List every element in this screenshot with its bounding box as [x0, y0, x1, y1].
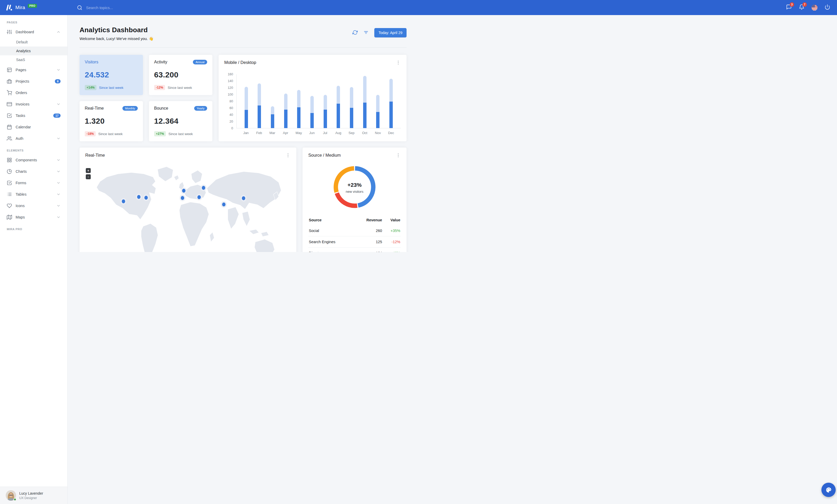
welcome-message: Welcome back, Lucy! We've missed you. 👋	[79, 37, 154, 41]
header-actions: Today: April 29	[353, 28, 407, 37]
sidebar-item-maps[interactable]: Maps	[0, 211, 67, 223]
calendar-icon	[7, 125, 12, 130]
sidebar-item-components[interactable]: Components	[0, 154, 67, 166]
stacked-bar	[350, 74, 353, 128]
map-marker-3[interactable]	[144, 196, 148, 200]
mobile-segment	[297, 107, 301, 128]
map-marker-5[interactable]	[181, 196, 184, 200]
sidebar-item-label: Projects	[16, 79, 51, 83]
sidebar-item-calendar[interactable]: Calendar	[0, 121, 67, 133]
stacked-bar	[376, 74, 379, 128]
value-column-header: Value	[382, 215, 401, 225]
map-marker-6[interactable]	[202, 186, 206, 190]
date-range-button[interactable]: Today: April 29	[374, 28, 407, 37]
main-content: Analytics Dashboard Welcome back, Lucy! …	[68, 15, 418, 252]
refresh-icon	[353, 30, 358, 36]
sidebar-item-label: Orders	[16, 91, 60, 95]
y-tick-label: 140	[228, 79, 233, 83]
layout-icon	[7, 67, 12, 73]
mobile-segment	[284, 110, 287, 128]
sidebar-item-label: Calendar	[16, 125, 60, 129]
y-tick-label: 60	[230, 106, 233, 110]
stacked-bar	[257, 74, 261, 128]
revenue-cell: 125	[355, 237, 382, 247]
chevron-down-icon	[56, 181, 60, 185]
map-marker-4[interactable]	[182, 189, 185, 193]
map-marker-7[interactable]	[198, 195, 201, 199]
sidebar-item-tables[interactable]: Tables	[0, 189, 67, 200]
bar-column-nov	[371, 74, 385, 128]
sidebar-item-pages[interactable]: Pages	[0, 64, 67, 76]
stat-period-badge: Yearly	[194, 106, 207, 111]
bar-chart: 160140120100806040200 JanFebMarAprMayJun…	[224, 74, 401, 135]
x-tick-label: Oct	[358, 131, 371, 135]
stacked-bar	[271, 74, 274, 128]
bar-column-apr	[279, 74, 292, 128]
stat-value: 63.200	[154, 70, 207, 79]
sidebar-item-analytics[interactable]: Analytics	[0, 46, 67, 55]
mobile-segment	[376, 112, 379, 128]
stacked-bar	[284, 74, 287, 128]
brand-link[interactable]: Mira PRO	[0, 4, 68, 11]
desktop-segment	[297, 90, 301, 107]
heart-icon	[7, 203, 12, 208]
sidebar-item-icons[interactable]: Icons	[0, 200, 67, 211]
bar-column-jan	[240, 74, 253, 128]
sidebar-item-label: Dashboard	[16, 30, 53, 34]
filter-button[interactable]	[363, 30, 369, 36]
refresh-button[interactable]	[353, 30, 358, 36]
sidebar-item-auth[interactable]: Auth	[0, 133, 67, 144]
search-input[interactable]	[86, 5, 164, 10]
value-cell: +35%	[382, 225, 401, 237]
x-tick-label: Jun	[305, 131, 319, 135]
sidebar-item-forms[interactable]: Forms	[0, 177, 67, 189]
x-tick-label: Feb	[253, 131, 266, 135]
map-marker-1[interactable]	[122, 200, 125, 203]
stacked-bar	[310, 74, 314, 128]
y-tick-label: 20	[230, 120, 233, 124]
chevron-down-icon	[56, 158, 60, 162]
sidebar-item-saas[interactable]: SaaS	[0, 55, 67, 64]
sidebar-item-orders[interactable]: Orders	[0, 87, 67, 98]
stat-period-badge: Monthly	[122, 106, 138, 111]
sidebar-item-label: Tables	[16, 192, 53, 197]
sidebar-subitem-label: Analytics	[16, 49, 31, 53]
map-marker-8[interactable]	[222, 203, 226, 207]
source-table: Source Revenue Value Social260+35%Search…	[308, 215, 401, 252]
mobile-segment	[310, 113, 314, 128]
sidebar-subitem-label: SaaS	[16, 58, 25, 62]
map-zoom-out-button[interactable]: -	[86, 174, 91, 179]
map-marker-9[interactable]	[242, 197, 245, 200]
shopping-cart-icon	[7, 90, 12, 95]
source-column-header: Source	[308, 215, 355, 225]
value-cell: -12%	[382, 237, 401, 247]
check-square-icon	[7, 180, 12, 186]
sidebar-section-elements: ELEMENTS	[0, 144, 67, 154]
realtime-map-menu-button[interactable]	[285, 153, 291, 159]
sidebar-item-dashboard[interactable]: Dashboard	[0, 26, 67, 38]
sidebar-item-projects[interactable]: Projects8	[0, 76, 67, 87]
desktop-segment	[363, 76, 367, 102]
desktop-segment	[284, 94, 287, 110]
sidebar-item-tasks[interactable]: Tasks17	[0, 110, 67, 121]
sidebar-item-invoices[interactable]: Invoices	[0, 98, 67, 110]
stat-card-header: Real-TimeMonthly	[85, 106, 138, 111]
map-marker-2[interactable]	[137, 195, 141, 199]
search-icon	[77, 5, 83, 11]
chevron-down-icon	[56, 68, 60, 72]
desktop-segment	[350, 87, 353, 108]
source-medium-card: Source / Medium +23% new visitors Source…	[303, 148, 407, 252]
sidebar-item-default[interactable]: Default	[0, 38, 67, 46]
map-zoom-in-button[interactable]: +	[86, 168, 91, 173]
stacked-bar	[363, 74, 367, 128]
sidebar-item-charts[interactable]: Charts	[0, 166, 67, 177]
mobile-desktop-menu-button[interactable]	[396, 60, 401, 66]
bar-column-feb	[253, 74, 266, 128]
stat-card-activity: ActivityAnnual63.200-12%Since last week	[149, 55, 212, 95]
source-medium-menu-button[interactable]	[396, 153, 401, 159]
x-tick-label: Nov	[371, 131, 385, 135]
brand-name: Mira	[15, 5, 25, 11]
chevron-down-icon	[56, 204, 60, 208]
bar-column-aug	[332, 74, 345, 128]
mobile-segment	[350, 108, 353, 128]
